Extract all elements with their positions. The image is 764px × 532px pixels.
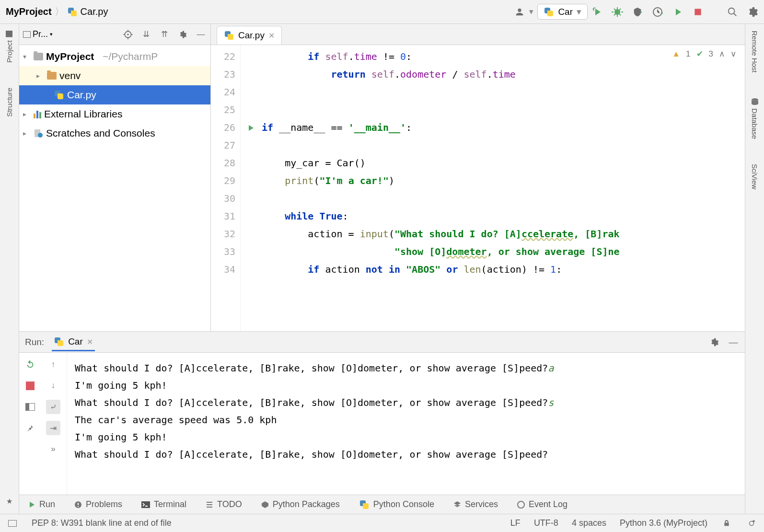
interpreter-widget[interactable]: Python 3.6 (MyProject) (620, 518, 707, 528)
services-tab[interactable]: Services (453, 499, 498, 509)
editor: Car.py ✕ ▲1 ✔3 ∧ ∨ 222324252627282930313… (211, 24, 745, 331)
run-tool-window: Run: Car✕ — (19, 332, 745, 495)
editor-body[interactable]: ▲1 ✔3 ∧ ∨ 22232425262728293031323334 if … (211, 45, 745, 331)
more-button[interactable]: » (46, 442, 60, 456)
run-configuration-selector[interactable]: Car ▾ (537, 4, 588, 20)
pin-button[interactable] (23, 421, 37, 435)
collapse-all-button[interactable]: ⇈ (159, 29, 170, 40)
console-output[interactable]: What should I do? [A]ccelerate, [B]rake,… (67, 353, 745, 495)
status-bar: PEP 8: W391 blank line at end of file LF… (0, 514, 764, 532)
line-separator-widget[interactable]: LF (510, 518, 521, 528)
python-icon (544, 7, 554, 17)
breadcrumb-project[interactable]: MyProject (6, 6, 52, 17)
prev-highlight-button[interactable]: ∧ (719, 49, 725, 59)
favorites-tool[interactable]: ★ (4, 496, 15, 507)
svg-point-3 (729, 8, 735, 14)
tree-project-root[interactable]: ▾MyProject ~/PycharmP (19, 47, 210, 66)
scroll-up-button[interactable]: ↑ (46, 358, 60, 372)
svg-rect-14 (78, 503, 79, 505)
search-everywhere-button[interactable] (727, 6, 738, 18)
soft-wrap-button[interactable]: ⤶ (46, 400, 60, 414)
svg-point-9 (38, 133, 43, 138)
hide-run-panel-button[interactable]: — (728, 336, 739, 348)
debug-button[interactable] (612, 6, 623, 18)
inspection-widget[interactable]: ▲1 ✔3 ∧ ∨ (672, 49, 736, 59)
tree-venv-folder[interactable]: ▸venv (19, 66, 210, 85)
line-number-gutter[interactable]: 22232425262728293031323334 (211, 45, 241, 331)
svg-point-7 (127, 34, 128, 35)
project-tool[interactable]: Project (4, 28, 14, 66)
tool-windows-button[interactable] (7, 518, 18, 529)
todo-tab[interactable]: TODO (206, 499, 242, 509)
stop-button[interactable] (692, 6, 704, 18)
remote-host-tool[interactable]: Remote Host (750, 28, 760, 76)
close-tab-button[interactable]: ✕ (268, 31, 275, 40)
sciview-tool[interactable]: SciView (750, 161, 760, 192)
profile-button[interactable] (652, 6, 663, 18)
chevron-down-icon: ▾ (577, 6, 581, 17)
svg-rect-16 (141, 501, 150, 508)
locate-file-button[interactable] (122, 29, 134, 40)
scroll-to-end-button[interactable]: ⇥ (46, 421, 60, 435)
svg-rect-19 (8, 520, 17, 527)
run-tab[interactable]: Run (29, 499, 55, 509)
editor-tab-car[interactable]: Car.py ✕ (217, 26, 282, 45)
user-icon[interactable] (514, 6, 525, 18)
library-icon (34, 110, 41, 118)
stop-process-button[interactable] (23, 379, 37, 393)
event-log-tab[interactable]: Event Log (517, 499, 567, 509)
python-packages-tab[interactable]: Python Packages (261, 499, 340, 509)
run-button[interactable] (591, 6, 603, 18)
tree-scratches[interactable]: ▸Scratches and Consoles (19, 124, 210, 143)
ide-notifications-button[interactable] (746, 518, 757, 529)
weak-warning-icon: ✔ (696, 49, 703, 59)
project-view-selector[interactable]: Pr...▾ (23, 29, 53, 39)
svg-rect-20 (724, 522, 729, 526)
python-console-tab[interactable]: Python Console (359, 499, 434, 510)
right-tool-stripe: Remote Host Database SciView (745, 24, 764, 514)
tree-car-file[interactable]: Car.py (19, 85, 210, 104)
gutter-markers[interactable] (241, 45, 262, 331)
breadcrumb: MyProject 〉 Car.py (6, 5, 108, 18)
run-settings-button[interactable] (708, 336, 720, 348)
hide-panel-button[interactable]: — (195, 29, 207, 40)
panel-settings-button[interactable] (177, 29, 188, 40)
layout-button[interactable] (23, 400, 37, 414)
next-highlight-button[interactable]: ∨ (730, 49, 736, 59)
code-area[interactable]: if self.time != 0: return self.odometer … (262, 45, 745, 331)
status-message[interactable]: PEP 8: W391 blank line at end of file (32, 518, 172, 528)
scroll-down-button[interactable]: ↓ (46, 379, 60, 393)
svg-rect-2 (695, 9, 701, 15)
coverage-button[interactable] (632, 6, 643, 18)
settings-button[interactable] (747, 6, 758, 18)
run-anything-button[interactable] (672, 6, 683, 18)
readonly-toggle[interactable] (721, 518, 732, 529)
chevron-down-icon[interactable]: ▾ (529, 7, 533, 17)
run-gutter-icon[interactable] (247, 124, 255, 132)
python-icon (54, 336, 64, 347)
expand-all-button[interactable]: ⇊ (140, 29, 152, 40)
svg-point-17 (518, 501, 524, 508)
problems-tab[interactable]: Problems (74, 499, 122, 509)
python-file-icon (67, 7, 78, 17)
folder-icon (47, 72, 57, 80)
tree-external-libraries[interactable]: ▸External Libraries (19, 104, 210, 124)
rerun-button[interactable] (23, 358, 37, 372)
database-tool[interactable]: Database (750, 95, 760, 142)
structure-tool[interactable]: Structure (4, 85, 14, 120)
run-tab-car[interactable]: Car✕ (52, 333, 95, 351)
indent-widget[interactable]: 4 spaces (572, 518, 606, 528)
folder-icon (34, 53, 43, 60)
svg-rect-4 (6, 31, 13, 37)
python-file-icon (224, 30, 234, 41)
breadcrumb-file[interactable]: Car.py (67, 6, 108, 17)
run-tool-label: Run: (25, 337, 44, 347)
warning-icon: ▲ (672, 49, 680, 59)
bottom-tool-stripe: RunProblemsTerminalTODOPython PackagesPy… (19, 495, 745, 514)
scratches-icon (34, 128, 43, 138)
close-run-tab-button[interactable]: ✕ (87, 337, 93, 347)
chevron-right-icon: 〉 (55, 5, 64, 18)
terminal-tab[interactable]: Terminal (141, 499, 186, 509)
svg-rect-5 (23, 31, 31, 38)
encoding-widget[interactable]: UTF-8 (534, 518, 558, 528)
